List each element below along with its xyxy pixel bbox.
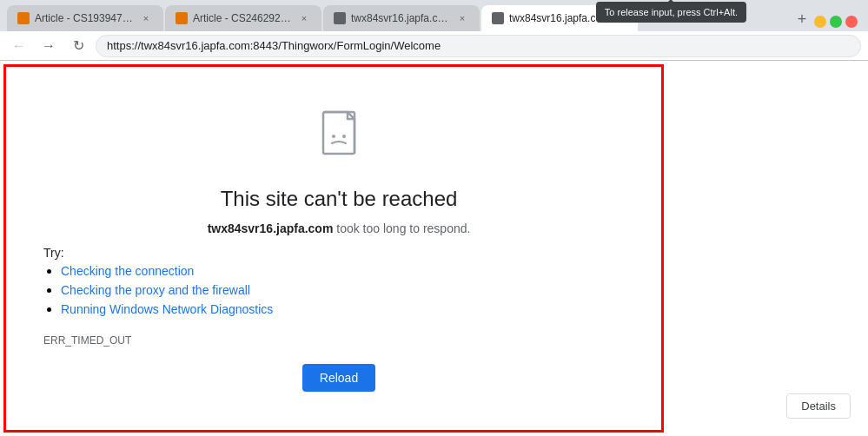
error-code: ERR_TIMED_OUT (43, 334, 131, 347)
back-button[interactable]: ← (7, 34, 31, 58)
tab-favicon (334, 12, 346, 24)
list-item: Checking the connection (61, 263, 273, 279)
tab-tab3[interactable]: twx84svr16.japfa.com× (323, 5, 480, 31)
tab-tab2[interactable]: Article - CS246292 - Configuring× (165, 5, 321, 31)
svg-point-1 (332, 135, 335, 138)
tab-label: Article - CS193947 - Configuring (35, 12, 134, 24)
tab-close-button[interactable]: × (139, 11, 153, 25)
details-button[interactable]: Details (786, 393, 851, 419)
list-item: Running Windows Network Diagnostics (61, 301, 273, 317)
reload-button[interactable]: Reload (302, 364, 375, 392)
error-subtitle-msg: took too long to respond. (333, 221, 470, 235)
tab-bar: Article - CS193947 - Configuring×Article… (0, 0, 868, 31)
browser-chrome: Article - CS193947 - Configuring×Article… (0, 0, 868, 61)
error-icon (311, 105, 367, 169)
address-input[interactable] (96, 35, 861, 57)
error-title: This site can't be reached (221, 187, 458, 211)
suggestion-link[interactable]: Checking the connection (61, 264, 194, 278)
tab-close-button[interactable]: × (455, 11, 469, 25)
close-window-button[interactable] (845, 16, 858, 28)
error-subtitle: twx84svr16.japfa.com took too long to re… (208, 221, 471, 235)
forward-button[interactable]: → (36, 34, 61, 58)
tab-favicon (17, 12, 30, 24)
suggestion-link[interactable]: Checking the proxy and the firewall (61, 283, 250, 297)
tab-label: twx84svr16.japfa.com (351, 12, 450, 24)
maximize-button[interactable] (830, 16, 842, 28)
minimize-button[interactable] (814, 16, 826, 28)
suggestion-link[interactable]: Running Windows Network Diagnostics (61, 302, 273, 316)
window-controls (814, 16, 861, 31)
tab-favicon (176, 12, 188, 24)
tab-label: Article - CS246292 - Configuring (193, 12, 292, 24)
svg-point-2 (342, 135, 346, 138)
reload-page-button[interactable]: ↻ (66, 34, 90, 58)
tab-label: twx84svr16.japfa.com (509, 12, 608, 24)
suggestion-list: Checking the connectionChecking the prox… (43, 263, 273, 320)
tooltip-box: To release input, press Ctrl+Alt. (596, 2, 746, 23)
tab-close-button[interactable]: × (297, 11, 311, 25)
error-domain: twx84svr16.japfa.com (208, 221, 334, 235)
details-area: Details (786, 393, 851, 419)
list-item: Checking the proxy and the firewall (61, 282, 273, 298)
new-tab-button[interactable]: + (790, 7, 814, 31)
page-content: This site can't be reached twx84svr16.ja… (0, 61, 868, 436)
tooltip-text: To release input, press Ctrl+Alt. (605, 7, 738, 17)
try-label: Try: (43, 246, 64, 260)
tab-favicon (492, 12, 504, 24)
address-bar-row: ← → ↻ (0, 31, 868, 61)
error-content: This site can't be reached twx84svr16.ja… (0, 61, 678, 436)
tab-tab1[interactable]: Article - CS193947 - Configuring× (7, 5, 163, 31)
